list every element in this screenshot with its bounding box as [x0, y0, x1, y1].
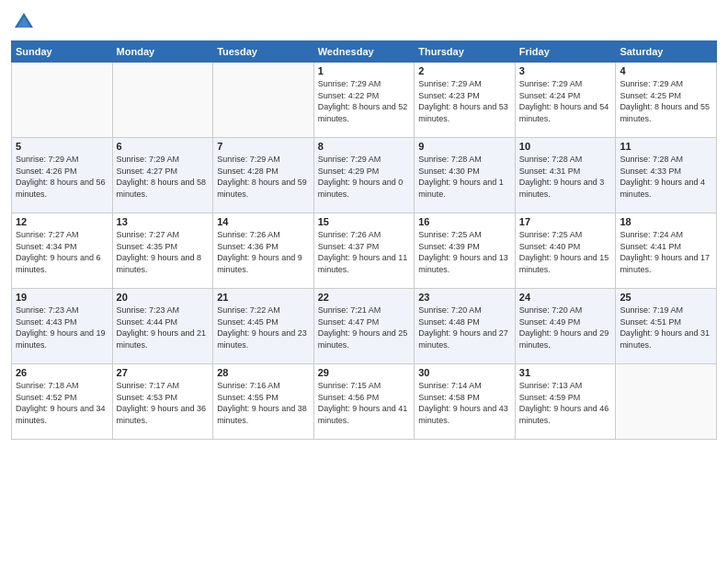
calendar-cell: 10Sunrise: 7:28 AM Sunset: 4:31 PM Dayli…: [515, 138, 616, 213]
day-number: 5: [16, 141, 108, 152]
day-info: Sunrise: 7:29 AM Sunset: 4:24 PM Dayligh…: [519, 78, 612, 124]
calendar-cell: 26Sunrise: 7:18 AM Sunset: 4:52 PM Dayli…: [12, 364, 113, 440]
calendar-cell: 21Sunrise: 7:22 AM Sunset: 4:45 PM Dayli…: [213, 289, 314, 364]
day-number: 31: [519, 367, 612, 378]
calendar-cell: 19Sunrise: 7:23 AM Sunset: 4:43 PM Dayli…: [12, 289, 113, 364]
day-number: 22: [318, 292, 411, 303]
day-info: Sunrise: 7:28 AM Sunset: 4:30 PM Dayligh…: [418, 154, 511, 200]
weekday-header-monday: Monday: [112, 41, 213, 63]
calendar-cell: 29Sunrise: 7:15 AM Sunset: 4:56 PM Dayli…: [313, 364, 415, 440]
header: [11, 9, 717, 35]
day-info: Sunrise: 7:23 AM Sunset: 4:44 PM Dayligh…: [117, 304, 210, 350]
day-number: 30: [418, 367, 511, 378]
day-info: Sunrise: 7:27 AM Sunset: 4:34 PM Dayligh…: [16, 229, 108, 275]
weekday-header-wednesday: Wednesday: [313, 41, 415, 63]
calendar-cell: 27Sunrise: 7:17 AM Sunset: 4:53 PM Dayli…: [112, 364, 213, 440]
calendar-cell: [616, 364, 717, 440]
calendar-cell: 24Sunrise: 7:20 AM Sunset: 4:49 PM Dayli…: [515, 289, 616, 364]
calendar-cell: 13Sunrise: 7:27 AM Sunset: 4:35 PM Dayli…: [112, 213, 213, 289]
day-info: Sunrise: 7:18 AM Sunset: 4:52 PM Dayligh…: [16, 380, 108, 426]
day-number: 29: [318, 367, 411, 378]
week-row-2: 5Sunrise: 7:29 AM Sunset: 4:26 PM Daylig…: [12, 138, 717, 213]
day-number: 11: [620, 141, 712, 152]
day-number: 3: [519, 65, 612, 76]
day-number: 19: [16, 292, 108, 303]
day-info: Sunrise: 7:20 AM Sunset: 4:49 PM Dayligh…: [519, 304, 612, 350]
day-number: 20: [117, 292, 210, 303]
day-number: 8: [318, 141, 411, 152]
calendar-cell: 12Sunrise: 7:27 AM Sunset: 4:34 PM Dayli…: [12, 213, 113, 289]
weekday-header-friday: Friday: [515, 41, 616, 63]
calendar-cell: 14Sunrise: 7:26 AM Sunset: 4:36 PM Dayli…: [213, 213, 314, 289]
day-number: 4: [620, 65, 712, 76]
calendar-cell: 20Sunrise: 7:23 AM Sunset: 4:44 PM Dayli…: [112, 289, 213, 364]
calendar-cell: 17Sunrise: 7:25 AM Sunset: 4:40 PM Dayli…: [515, 213, 616, 289]
calendar-cell: 9Sunrise: 7:28 AM Sunset: 4:30 PM Daylig…: [415, 138, 516, 213]
day-info: Sunrise: 7:26 AM Sunset: 4:36 PM Dayligh…: [217, 229, 310, 275]
day-number: 28: [217, 367, 310, 378]
calendar-cell: 1Sunrise: 7:29 AM Sunset: 4:22 PM Daylig…: [313, 63, 415, 138]
week-row-3: 12Sunrise: 7:27 AM Sunset: 4:34 PM Dayli…: [12, 213, 717, 289]
calendar-cell: 23Sunrise: 7:20 AM Sunset: 4:48 PM Dayli…: [415, 289, 516, 364]
calendar-cell: 2Sunrise: 7:29 AM Sunset: 4:23 PM Daylig…: [415, 63, 516, 138]
day-info: Sunrise: 7:25 AM Sunset: 4:39 PM Dayligh…: [418, 229, 511, 275]
calendar-cell: 4Sunrise: 7:29 AM Sunset: 4:25 PM Daylig…: [616, 63, 717, 138]
calendar-cell: 5Sunrise: 7:29 AM Sunset: 4:26 PM Daylig…: [12, 138, 113, 213]
day-info: Sunrise: 7:14 AM Sunset: 4:58 PM Dayligh…: [418, 380, 511, 426]
day-info: Sunrise: 7:27 AM Sunset: 4:35 PM Dayligh…: [117, 229, 210, 275]
day-info: Sunrise: 7:13 AM Sunset: 4:59 PM Dayligh…: [519, 380, 612, 426]
day-info: Sunrise: 7:21 AM Sunset: 4:47 PM Dayligh…: [318, 304, 411, 350]
day-number: 24: [519, 292, 612, 303]
calendar-cell: 25Sunrise: 7:19 AM Sunset: 4:51 PM Dayli…: [616, 289, 717, 364]
day-number: 27: [117, 367, 210, 378]
day-info: Sunrise: 7:24 AM Sunset: 4:41 PM Dayligh…: [620, 229, 712, 275]
weekday-header-sunday: Sunday: [12, 41, 113, 63]
calendar-cell: 30Sunrise: 7:14 AM Sunset: 4:58 PM Dayli…: [415, 364, 516, 440]
day-info: Sunrise: 7:28 AM Sunset: 4:31 PM Dayligh…: [519, 154, 612, 200]
day-number: 7: [217, 141, 310, 152]
day-number: 10: [519, 141, 612, 152]
day-info: Sunrise: 7:29 AM Sunset: 4:27 PM Dayligh…: [117, 154, 210, 200]
week-row-1: 1Sunrise: 7:29 AM Sunset: 4:22 PM Daylig…: [12, 63, 717, 138]
calendar-cell: [12, 63, 113, 138]
day-info: Sunrise: 7:19 AM Sunset: 4:51 PM Dayligh…: [620, 304, 712, 350]
calendar-cell: 3Sunrise: 7:29 AM Sunset: 4:24 PM Daylig…: [515, 63, 616, 138]
day-number: 9: [418, 141, 511, 152]
day-number: 21: [217, 292, 310, 303]
calendar-cell: 28Sunrise: 7:16 AM Sunset: 4:55 PM Dayli…: [213, 364, 314, 440]
calendar-cell: 6Sunrise: 7:29 AM Sunset: 4:27 PM Daylig…: [112, 138, 213, 213]
calendar-cell: 18Sunrise: 7:24 AM Sunset: 4:41 PM Dayli…: [616, 213, 717, 289]
calendar-cell: 16Sunrise: 7:25 AM Sunset: 4:39 PM Dayli…: [415, 213, 516, 289]
calendar-cell: 15Sunrise: 7:26 AM Sunset: 4:37 PM Dayli…: [313, 213, 415, 289]
day-number: 26: [16, 367, 108, 378]
day-info: Sunrise: 7:20 AM Sunset: 4:48 PM Dayligh…: [418, 304, 511, 350]
logo: [11, 9, 40, 35]
day-info: Sunrise: 7:29 AM Sunset: 4:28 PM Dayligh…: [217, 154, 310, 200]
day-number: 2: [418, 65, 511, 76]
weekday-header-row: SundayMondayTuesdayWednesdayThursdayFrid…: [12, 41, 717, 63]
calendar-cell: 7Sunrise: 7:29 AM Sunset: 4:28 PM Daylig…: [213, 138, 314, 213]
day-info: Sunrise: 7:29 AM Sunset: 4:25 PM Dayligh…: [620, 78, 712, 124]
weekday-header-saturday: Saturday: [616, 41, 717, 63]
calendar-cell: 22Sunrise: 7:21 AM Sunset: 4:47 PM Dayli…: [313, 289, 415, 364]
day-info: Sunrise: 7:29 AM Sunset: 4:26 PM Dayligh…: [16, 154, 108, 200]
day-info: Sunrise: 7:29 AM Sunset: 4:29 PM Dayligh…: [318, 154, 411, 200]
day-info: Sunrise: 7:17 AM Sunset: 4:53 PM Dayligh…: [117, 380, 210, 426]
day-info: Sunrise: 7:16 AM Sunset: 4:55 PM Dayligh…: [217, 380, 310, 426]
day-number: 18: [620, 216, 712, 227]
logo-icon: [11, 9, 37, 35]
day-info: Sunrise: 7:23 AM Sunset: 4:43 PM Dayligh…: [16, 304, 108, 350]
day-number: 6: [117, 141, 210, 152]
day-info: Sunrise: 7:22 AM Sunset: 4:45 PM Dayligh…: [217, 304, 310, 350]
calendar-cell: [112, 63, 213, 138]
day-info: Sunrise: 7:25 AM Sunset: 4:40 PM Dayligh…: [519, 229, 612, 275]
week-row-4: 19Sunrise: 7:23 AM Sunset: 4:43 PM Dayli…: [12, 289, 717, 364]
calendar-cell: 8Sunrise: 7:29 AM Sunset: 4:29 PM Daylig…: [313, 138, 415, 213]
day-number: 14: [217, 216, 310, 227]
day-number: 25: [620, 292, 712, 303]
page-container: SundayMondayTuesdayWednesdayThursdayFrid…: [0, 0, 728, 563]
day-number: 23: [418, 292, 511, 303]
day-number: 17: [519, 216, 612, 227]
calendar-cell: 31Sunrise: 7:13 AM Sunset: 4:59 PM Dayli…: [515, 364, 616, 440]
day-info: Sunrise: 7:29 AM Sunset: 4:23 PM Dayligh…: [418, 78, 511, 124]
